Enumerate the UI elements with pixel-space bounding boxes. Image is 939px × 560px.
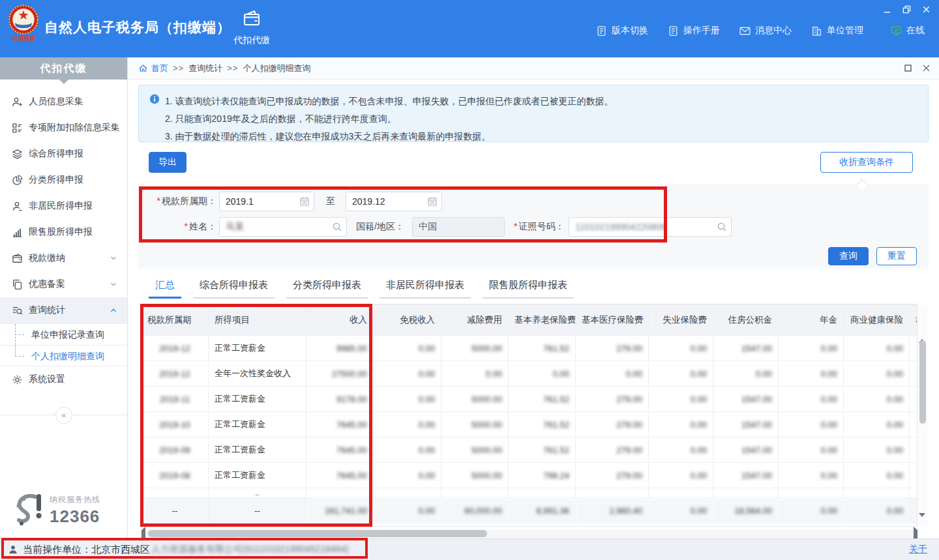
table-summary-row: ----161,741.000.0060,000.008,991.362,960… (142, 498, 918, 523)
restore-icon[interactable] (900, 3, 913, 15)
summary-cell: -- (142, 498, 209, 523)
search-icon[interactable] (332, 222, 342, 232)
cell: 0.00 (509, 361, 576, 387)
cell: 0.00 (374, 463, 441, 488)
cell: 全年一次性奖金收入 (209, 361, 306, 387)
breadcrumb-home[interactable]: 首页 (138, 63, 168, 74)
mail-icon (739, 25, 751, 37)
cell: 1547.00 (713, 387, 779, 412)
nationality-value: 中国 (419, 221, 437, 233)
table-row: 2019-11正常工资薪金9178.000.005000.00761.52279… (142, 387, 918, 412)
sidebar-item-系统设置[interactable]: 系统设置 (0, 366, 127, 392)
horizontal-scroll-thumb[interactable] (148, 530, 487, 537)
tab-非居民所得申报表[interactable]: 非居民所得申报表 (380, 279, 471, 299)
column-header-减除费用: 减除费用 (441, 305, 509, 336)
layers-icon (12, 149, 23, 160)
current-unit-label: 当前操作单位：北京市西城区 (23, 544, 150, 556)
id-number-input[interactable]: 110102199904220806 (569, 217, 732, 237)
table-row-partial: .. (142, 488, 918, 498)
close-icon[interactable] (919, 3, 932, 15)
sidebar-header: 代扣代缴 (0, 57, 127, 80)
cell: 0.00 (374, 412, 441, 437)
sidebar-item-综合所得申报[interactable]: 综合所得申报 (0, 141, 127, 167)
tab-限售股所得申报表[interactable]: 限售股所得申报表 (483, 279, 574, 299)
sidebar-subitem-个人扣缴明细查询[interactable]: 个人扣缴明细查询 (0, 345, 127, 366)
cell (306, 488, 374, 498)
cell: 0.00 (649, 387, 713, 412)
cell: 正常工资薪金 (209, 387, 306, 412)
sidebar-item-人员信息采集[interactable]: 人员信息采集 (0, 89, 127, 115)
person-add-icon (12, 96, 23, 108)
reset-button[interactable]: 重置 (876, 247, 917, 265)
cell: 279.00 (576, 463, 649, 488)
header-menu-item-单位管理[interactable]: 单位管理 (811, 25, 863, 37)
period-to-input[interactable]: 2019.12 (346, 192, 442, 211)
scroll-down-arrow-icon[interactable] (919, 515, 927, 523)
cell (910, 463, 918, 488)
vertical-scrollbar[interactable] (918, 305, 927, 527)
calendar-icon[interactable] (427, 196, 438, 207)
header-menu-item-版本切换[interactable]: 版本切换 (596, 25, 648, 37)
wallet-icon (12, 253, 23, 264)
minimize-icon[interactable] (880, 3, 893, 15)
cell: 279.00 (576, 387, 649, 412)
tab-daikou-daijiao[interactable]: 代扣代缴 (226, 8, 278, 46)
breadcrumb-segment[interactable]: 查询统计 (188, 63, 222, 74)
cell: 0.00 (649, 336, 713, 361)
doc-icon (596, 25, 607, 37)
name-input[interactable]: 马某 (219, 217, 347, 237)
tab-汇总[interactable]: 汇总 (149, 279, 181, 299)
app-title: 自然人电子税务局（扣缴端） (44, 18, 231, 37)
table-row: 2019-10正常工资薪金7645.000.005000.00761.52279… (142, 412, 918, 437)
table-row: 2019-12正常工资薪金9985.000.005000.00761.52279… (142, 336, 918, 361)
cell: 0.00 (576, 361, 649, 387)
cell: 0.00 (779, 437, 844, 463)
vertical-scroll-thumb[interactable] (919, 340, 926, 424)
guide-line (15, 334, 24, 335)
summary-cell: 161,741.00 (306, 498, 374, 523)
period-label: *税款所属期： (149, 196, 216, 207)
sidebar-item-非居民所得申报[interactable]: 非居民所得申报 (0, 193, 127, 219)
header-menu-item-消息中心[interactable]: 消息中心 (739, 25, 792, 37)
sidebar-collapse-button[interactable]: « (55, 407, 72, 424)
about-link[interactable]: 关于 (909, 544, 927, 555)
panel-close-icon[interactable] (922, 64, 931, 73)
home-icon (138, 63, 148, 73)
scroll-up-arrow-icon[interactable] (919, 329, 927, 336)
export-button[interactable]: 导出 (149, 152, 186, 173)
scroll-right-arrow-icon[interactable] (911, 530, 918, 537)
header-menu-label: 操作手册 (683, 25, 720, 37)
column-header-基本医疗保险费: 基本医疗保险费 (576, 305, 649, 336)
calendar-icon[interactable] (299, 196, 310, 207)
cell: 0.00 (779, 361, 844, 387)
period-from-input[interactable]: 2019.1 (219, 192, 314, 211)
horizontal-scrollbar[interactable] (139, 529, 918, 538)
scroll-left-arrow-icon[interactable] (139, 530, 146, 537)
tab-分类所得申报表[interactable]: 分类所得申报表 (286, 279, 368, 299)
summary-cell: 0.00 (844, 498, 910, 523)
required-mark: * (185, 221, 188, 231)
sidebar-item-查询统计[interactable]: 查询统计 (0, 297, 127, 323)
sidebar-subitem-单位申报记录查询[interactable]: 单位申报记录查询 (0, 323, 127, 345)
required-mark: * (157, 196, 160, 206)
query-button[interactable]: 查询 (828, 247, 869, 265)
search-icon[interactable] (717, 222, 727, 232)
sidebar-item-优惠备案[interactable]: 优惠备案 (0, 271, 127, 297)
cell: 0.00 (779, 412, 844, 437)
header-menu: 版本切换操作手册消息中心单位管理在线 (596, 25, 925, 37)
online-status-label: 在线 (906, 25, 925, 37)
sidebar-item-限售股所得申报[interactable]: 限售股所得申报 (0, 219, 127, 245)
cell: 7645.00 (306, 412, 374, 437)
sidebar-item-分类所得申报[interactable]: 分类所得申报 (0, 167, 127, 193)
cell: 正常工资薪金 (209, 463, 306, 488)
checklist-icon (12, 123, 23, 134)
collapse-query-button[interactable]: 收折查询条件 (820, 152, 913, 173)
header-menu-item-操作手册[interactable]: 操作手册 (668, 25, 720, 37)
sidebar-item-专项附加扣除信息采集[interactable]: 专项附加扣除信息采集 (0, 115, 127, 141)
sidebar-item-税款缴纳[interactable]: 税款缴纳 (0, 245, 127, 271)
to-label: 至 (326, 196, 335, 207)
sidebar-item-label: 优惠备案 (29, 278, 65, 290)
tab-综合所得申报表[interactable]: 综合所得申报表 (193, 279, 275, 299)
notice-line: 1. 该查询统计表仅能查询已申报成功的数据，不包含未申报、申报失败，已申报但已作… (165, 93, 917, 110)
panel-maximize-icon[interactable] (904, 64, 913, 73)
